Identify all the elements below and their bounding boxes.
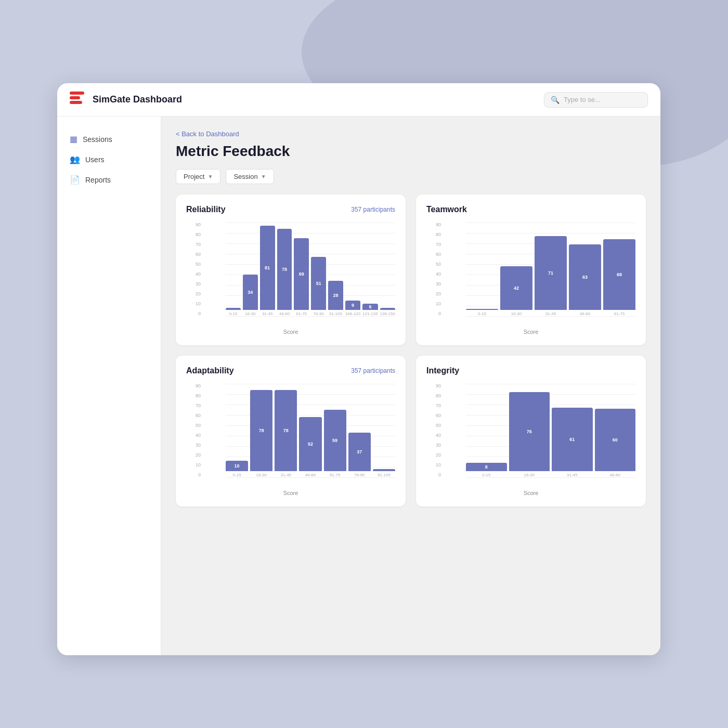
bar-group: 7131-45 xyxy=(535,223,567,316)
bar: 37 xyxy=(348,433,371,471)
sidebar-label-reports: Reports xyxy=(85,176,111,184)
bar-x-label: 0-15 xyxy=(229,311,237,316)
main-card: SimGate Dashboard 🔍 Type to se... ▦ Sess… xyxy=(57,83,660,655)
logo-bar-2 xyxy=(70,96,80,99)
bar-x-label: 0-15 xyxy=(482,473,490,477)
bar-value-label: 6 xyxy=(369,304,371,309)
bar-group: 6346-60 xyxy=(569,223,601,316)
integrity-chart-card: Integrity 010203040506070809080-157616-3… xyxy=(416,356,646,506)
y-axis-label: 90 xyxy=(426,384,441,388)
bar-value-label: 71 xyxy=(548,270,553,276)
y-axis-label: 60 xyxy=(186,413,201,418)
y-axis-label: 20 xyxy=(426,292,441,296)
bar: 69 xyxy=(294,238,309,310)
reports-icon: 📄 xyxy=(70,175,80,185)
bar: 6 xyxy=(362,304,378,310)
bar-group: 5246-60 xyxy=(299,384,321,477)
bar-group: 100-15 xyxy=(226,384,248,477)
y-axis-label: 60 xyxy=(426,413,441,418)
bar-x-label: 46-60 xyxy=(305,473,316,477)
adaptability-x-axis-title: Score xyxy=(186,490,395,496)
teamwork-chart-header: Teamwork xyxy=(426,205,635,214)
project-filter-label: Project xyxy=(184,173,204,180)
y-axis-label: 80 xyxy=(186,232,201,237)
bar-value-label: 28 xyxy=(333,293,338,298)
bar-x-label: 46-60 xyxy=(279,311,290,316)
bar-group: 7816-30 xyxy=(250,384,272,477)
grid-line xyxy=(466,316,635,317)
sidebar-item-reports[interactable]: 📄 Reports xyxy=(57,170,161,190)
y-axis-label: 0 xyxy=(426,473,441,477)
bar-x-label: 91-105 xyxy=(329,311,342,316)
project-filter-button[interactable]: Project ▼ xyxy=(176,169,220,184)
sidebar-label-users: Users xyxy=(85,155,105,164)
bar: 81 xyxy=(260,226,275,310)
bar-x-label: 0-15 xyxy=(478,311,486,316)
grid-line xyxy=(466,477,635,478)
bar-value-label: 78 xyxy=(259,428,264,433)
bar: 8 xyxy=(466,463,507,471)
y-axis-label: 50 xyxy=(186,423,201,428)
bar-x-label: 31-45 xyxy=(567,473,577,477)
y-axis-label: 60 xyxy=(426,252,441,257)
bar-group: 9106-120 xyxy=(345,223,360,316)
bar: 34 xyxy=(243,275,258,310)
bar-group: 7616-30 xyxy=(509,384,550,477)
bar: 78 xyxy=(250,390,272,471)
grid-line xyxy=(226,477,395,478)
bar-x-label: 16-30 xyxy=(511,311,522,316)
bar: 9 xyxy=(345,301,360,310)
y-axis-label: 30 xyxy=(426,282,441,287)
back-to-dashboard-link[interactable]: < Back to Dashboard xyxy=(176,130,239,138)
bar-group: 5961-75 xyxy=(324,384,346,477)
sidebar-item-users[interactable]: 👥 Users xyxy=(57,149,161,170)
bar-value-label: 69 xyxy=(299,271,304,277)
bar xyxy=(380,308,395,310)
bar: 63 xyxy=(569,244,601,310)
adaptability-chart-area: 0102030405060708090100-157816-307831-455… xyxy=(186,384,395,488)
bar-x-label: 31-45 xyxy=(262,311,272,316)
session-filter-button[interactable]: Session ▼ xyxy=(226,169,274,184)
bar-value-label: 59 xyxy=(332,438,337,443)
bar-x-label: 106-120 xyxy=(345,311,360,316)
bar-value-label: 61 xyxy=(569,437,575,442)
y-axis-label: 10 xyxy=(426,463,441,467)
bar-x-label: 16-30 xyxy=(245,311,255,316)
sidebar: ▦ Sessions 👥 Users 📄 Reports xyxy=(57,116,161,655)
y-axis-label: 90 xyxy=(186,223,201,227)
bar-x-label: 61-75 xyxy=(296,311,307,316)
bar xyxy=(373,469,395,471)
bar-value-label: 78 xyxy=(282,267,287,272)
bar: 68 xyxy=(603,239,635,310)
bar-value-label: 42 xyxy=(514,285,519,291)
users-icon: 👥 xyxy=(70,154,80,164)
y-axis-label: 30 xyxy=(426,443,441,448)
reliability-chart-area: 01020304050607080900-153416-308131-45784… xyxy=(186,223,395,327)
bar-value-label: 8 xyxy=(485,464,488,470)
y-axis-label: 50 xyxy=(426,423,441,428)
y-axis-label: 80 xyxy=(426,394,441,398)
y-axis-label: 50 xyxy=(426,262,441,267)
bar-group: 3776-90 xyxy=(348,384,371,477)
y-axis-labels: 0102030405060708090 xyxy=(186,223,203,316)
bar-group: 3416-30 xyxy=(243,223,258,316)
project-chevron-icon: ▼ xyxy=(207,174,213,179)
reliability-chart-card: Reliability 357 participants 01020304050… xyxy=(176,194,406,345)
bar-group: 91-105 xyxy=(373,384,395,477)
charts-grid: Reliability 357 participants 01020304050… xyxy=(176,194,646,506)
bar-group: 2891-105 xyxy=(328,223,343,316)
adaptability-participants: 357 participants xyxy=(351,367,395,374)
bar-x-label: 31-45 xyxy=(281,473,291,477)
bar: 61 xyxy=(552,408,593,471)
sidebar-item-sessions[interactable]: ▦ Sessions xyxy=(57,129,161,149)
bars-wrapper: 0-153416-308131-457846-606961-755176-902… xyxy=(207,223,395,316)
bar: 71 xyxy=(535,236,567,310)
bar: 28 xyxy=(328,281,343,310)
search-placeholder: Type to se... xyxy=(564,96,601,103)
bar-group: 6131-45 xyxy=(552,384,593,477)
bar-x-label: 76-90 xyxy=(354,473,365,477)
search-box[interactable]: 🔍 Type to se... xyxy=(544,92,648,108)
search-icon: 🔍 xyxy=(551,96,560,104)
session-chevron-icon: ▼ xyxy=(261,174,266,179)
adaptability-chart-card: Adaptability 357 participants 0102030405… xyxy=(176,356,406,506)
